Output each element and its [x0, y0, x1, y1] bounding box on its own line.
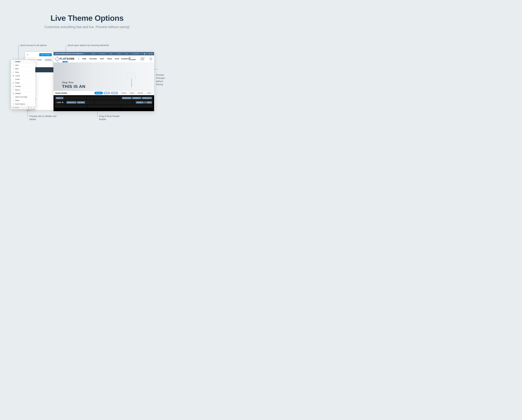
- chip-html1[interactable]: HTML 1⚙: [56, 97, 63, 99]
- option-label: Portfolio: [15, 86, 21, 87]
- sidebar-item-blog[interactable]: ✎Blog›: [11, 67, 35, 70]
- collapse-button[interactable]: ◄Collapse: [12, 107, 19, 108]
- gear-icon: ⚙: [142, 102, 143, 103]
- close-icon[interactable]: ×: [27, 53, 28, 56]
- option-icon: ⚙: [12, 103, 14, 105]
- gear-icon: ⚙: [150, 97, 151, 99]
- close-button[interactable]: × Close: [145, 92, 152, 94]
- sidebar-item-menus[interactable]: ≡Menus›: [11, 88, 35, 92]
- option-icon: ≡: [12, 89, 14, 91]
- nav-pages[interactable]: PAGES⌄: [107, 58, 113, 60]
- site-topbar: ADD ANYTHING HERE OR JUST REMOVE IT... A…: [54, 52, 154, 55]
- topbar-link[interactable]: FAQ: [125, 53, 128, 54]
- option-icon: ↗: [12, 100, 14, 101]
- option-label: Shop: [15, 71, 19, 73]
- nav-home[interactable]: HOME⌄: [82, 58, 87, 60]
- sidebar-item-layout[interactable]: ▦Layout›: [11, 74, 35, 78]
- option-icon: 🛒: [12, 71, 14, 73]
- chip-topbar-menu[interactable]: Top Bar Menu: [122, 97, 131, 99]
- chip-cart[interactable]: Cart⚙: [146, 101, 152, 104]
- option-label: Blog: [15, 68, 18, 70]
- gear-icon: ⚙: [75, 102, 76, 103]
- topbar-link[interactable]: Contact: [116, 53, 122, 54]
- tablet-icon[interactable]: ▭: [31, 107, 32, 108]
- chevron-right-icon: ›: [33, 78, 34, 80]
- header-builder: Header Builder Desktop Tablet Mobile Pre…: [54, 91, 154, 111]
- page-subtitle: Customize everything fast and live. Prev…: [0, 25, 174, 29]
- topbar-link[interactable]: About: [91, 53, 96, 54]
- option-icon: ▤: [12, 93, 14, 94]
- mobile-icon[interactable]: ▯: [33, 107, 34, 108]
- tab-desktop[interactable]: Desktop: [94, 92, 103, 94]
- chip-logo[interactable]: LOGO⚙: [57, 101, 63, 103]
- chip-main-menu[interactable]: Main Menu: [77, 101, 85, 104]
- annotation-quick-open: Quick open options by hovering elements: [68, 44, 110, 47]
- option-label: Widgets: [15, 93, 21, 94]
- hero-heading: THIS IS AN: [62, 84, 85, 89]
- presets-button[interactable]: Presets: [120, 92, 128, 94]
- sidebar-item-pages[interactable]: ▤Pages›: [11, 81, 35, 85]
- option-label: Menus: [15, 89, 20, 91]
- chevron-right-icon: ›: [33, 86, 34, 87]
- chip-account[interactable]: Account⚙: [136, 101, 144, 104]
- tab-tablet[interactable]: Tablet: [103, 92, 110, 94]
- chevron-right-icon: ›: [33, 89, 34, 91]
- cart-count: 0: [150, 58, 152, 60]
- clear-all-button[interactable]: Clear All: [137, 92, 144, 94]
- sidebar-item-footer[interactable]: ↓Footer›: [11, 78, 35, 81]
- nav-blog[interactable]: BLOG: [115, 58, 119, 60]
- gear-icon: ⚙: [139, 97, 140, 99]
- sidebar-item-share[interactable]: ↗Share›: [11, 99, 35, 102]
- option-label: Style: [15, 64, 19, 66]
- nav-features[interactable]: FEATURES⌄: [89, 58, 98, 60]
- option-icon: ✎: [12, 68, 14, 70]
- gear-icon: ⚙: [61, 97, 62, 99]
- chip-social[interactable]: Social Icons⚙: [142, 97, 152, 99]
- sidebar-item-header[interactable]: ↑Header›: [11, 60, 35, 63]
- facebook-icon[interactable]: f: [141, 53, 143, 54]
- option-icon: ▦: [12, 75, 14, 77]
- google-icon[interactable]: G+: [151, 53, 153, 54]
- annotation-drag-drop: Drag & Drop Header Builder: [99, 115, 127, 121]
- tutorial-button[interactable]: Tutorial: [128, 92, 136, 94]
- topbar-link[interactable]: Blog: [109, 53, 113, 54]
- option-label: Reset Options: [15, 103, 25, 105]
- tab-mobile[interactable]: Mobile: [111, 92, 118, 94]
- sidebar-item-shop[interactable]: 🛒Shop›: [11, 70, 35, 74]
- sidebar-item-widgets[interactable]: ▤Widgets›: [11, 92, 35, 95]
- chip-newsletter[interactable]: Newsletter⚙: [132, 97, 141, 99]
- gear-icon: ⚙: [62, 101, 63, 103]
- option-icon: ⌂: [12, 96, 14, 98]
- reset-button[interactable]: ↻ Reset: [45, 59, 52, 61]
- annotation-quick-access: Quick access to all options: [20, 44, 48, 47]
- sidebar-item-style[interactable]: ✎Style›: [11, 63, 35, 67]
- cart-link[interactable]: CART / £0.00 0: [140, 57, 152, 61]
- chip-divider[interactable]: |: [144, 101, 146, 104]
- save-publish-button[interactable]: Save & Publish: [39, 53, 52, 56]
- chip-search[interactable]: Search Icon⚙: [66, 101, 77, 104]
- chevron-right-icon: ›: [33, 64, 34, 66]
- option-icon: ✎: [12, 64, 14, 66]
- newsletter-link[interactable]: ✉ Newsletter: [131, 53, 140, 54]
- topbar-link[interactable]: Our Stores: [99, 53, 106, 54]
- pinterest-icon[interactable]: ⦿: [149, 53, 150, 54]
- chevron-left-icon: ◄: [12, 107, 13, 108]
- sidebar-item-static-front-page[interactable]: ⌂Static Front Page›: [11, 95, 35, 99]
- logo[interactable]: FLATSOME LOGO: [55, 57, 75, 61]
- nav-elements[interactable]: ELEMENTS: [121, 58, 129, 60]
- sidebar-item-reset-options[interactable]: ⚙Reset Options›: [11, 102, 35, 106]
- instagram-icon[interactable]: ◧: [144, 53, 146, 54]
- search-icon[interactable]: 🔍: [77, 58, 79, 60]
- sidebar-item-portfolio[interactable]: 🗀Portfolio›: [11, 85, 35, 88]
- chevron-right-icon: ›: [33, 61, 34, 62]
- twitter-icon[interactable]: 𝕏: [146, 53, 148, 54]
- options-panel: ↑Header›✎Style›✎Blog›🛒Shop›▦Layout›↓Foot…: [11, 60, 35, 109]
- option-icon: ↑: [12, 61, 14, 62]
- chevron-right-icon: ›: [33, 93, 34, 94]
- my-account-link[interactable]: MY ACCOUNT: [129, 57, 138, 61]
- page-title: Live Theme Options: [0, 13, 174, 23]
- nav-shop[interactable]: SHOP⌄: [100, 58, 105, 60]
- option-icon: ↓: [12, 78, 14, 80]
- desktop-icon[interactable]: 🖥: [28, 107, 29, 108]
- topbar-text: ADD ANYTHING HERE OR JUST REMOVE IT...: [55, 53, 91, 54]
